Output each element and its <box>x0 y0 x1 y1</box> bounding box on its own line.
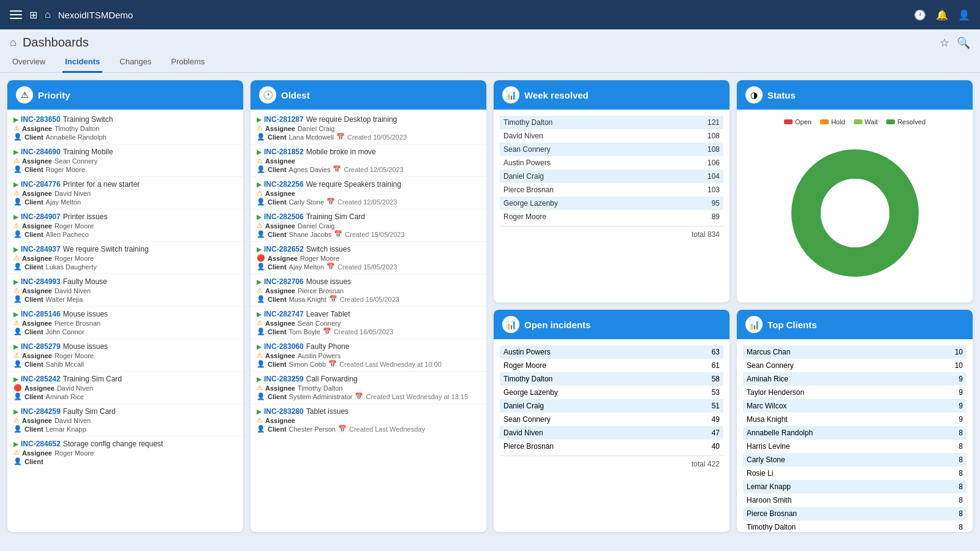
top-clients-header: 📊 Top Clients <box>737 310 973 339</box>
user-icon[interactable]: 👤 <box>958 9 970 21</box>
oldest-item[interactable]: ▶ INC-281287 We require Desktop training… <box>251 112 486 144</box>
bell-icon[interactable]: 🔔 <box>936 9 948 21</box>
grid-icon[interactable]: ⊞ <box>29 9 37 21</box>
sub-header-home-icon: ⌂ <box>10 36 17 49</box>
main-content: ⚠ Priority ▶ INC-283650 Training Switch … <box>0 73 980 539</box>
open-incidents-icon: 📊 <box>502 316 519 333</box>
oldest-icon: 🕐 <box>259 86 276 103</box>
client-row: Taylor Henderson9 <box>743 386 967 399</box>
open-row: Sean Connery49 <box>500 413 723 426</box>
app-title: NexoidITSMDemo <box>58 10 134 20</box>
status-title: Status <box>767 90 796 100</box>
priority-item[interactable]: ▶ INC-285242 Training Sim Card 🔴 Assigne… <box>7 372 243 404</box>
resolved-row: David Niven108 <box>500 129 723 143</box>
tab-overview[interactable]: Overview <box>10 52 48 73</box>
priority-item[interactable]: ▶ INC-284993 Faulty Mouse ⚠ Assignee Dav… <box>7 274 243 307</box>
client-row: Harris Levine8 <box>743 440 967 453</box>
donut-container <box>742 128 968 298</box>
resolved-total: total 834 <box>500 226 723 241</box>
hamburger-menu[interactable] <box>10 10 22 19</box>
priority-header: ⚠ Priority <box>7 80 243 110</box>
priority-item[interactable]: ▶ INC-284259 Faulty Sim Card ⚠ Assignee … <box>7 404 243 437</box>
oldest-item[interactable]: ▶ INC-282506 Training Sim Card ⚠ Assigne… <box>251 209 486 242</box>
open-row: Austin Powers63 <box>500 345 723 359</box>
priority-item[interactable]: ▶ INC-284776 Printer for a new starter ⚠… <box>7 177 243 209</box>
client-row: Marcus Chan10 <box>743 345 967 359</box>
priority-item[interactable]: ▶ INC-285146 Mouse issues ⚠ Assignee Pie… <box>7 307 243 339</box>
tab-changes[interactable]: Changes <box>117 52 154 73</box>
client-row: Rosie Li8 <box>743 467 967 480</box>
open-incidents-body: Austin Powers63Roger Moore61Timothy Dalt… <box>494 339 729 532</box>
resolved-row: Daniel Craig104 <box>500 170 723 183</box>
resolved-row: Pierce Brosnan103 <box>500 183 723 197</box>
top-clients-icon: 📊 <box>745 316 763 333</box>
search-icon[interactable]: 🔍 <box>957 36 970 50</box>
resolved-row: Austin Powers106 <box>500 156 723 170</box>
page-title: Dashboards <box>23 36 89 50</box>
resolved-row: Sean Connery108 <box>500 143 723 156</box>
priority-icon: ⚠ <box>16 86 33 103</box>
priority-list: ▶ INC-283650 Training Switch ⚠ Assignee … <box>7 110 243 532</box>
priority-item[interactable]: ▶ INC-284907 Printer issues ⚠ Assignee R… <box>7 209 243 242</box>
client-row: Annabelle Randolph8 <box>743 426 967 440</box>
client-row: Haroon Smith8 <box>743 493 967 507</box>
home-icon[interactable]: ⌂ <box>45 9 51 20</box>
resolved-row: Timothy Dalton121 <box>500 116 723 129</box>
top-clients-body: Marcus Chan10Sean Connery10Aminah Rice9T… <box>737 339 973 532</box>
oldest-item[interactable]: ▶ INC-282747 Leaver Tablet ⚠ Assignee Se… <box>251 307 486 339</box>
priority-item[interactable]: ▶ INC-283650 Training Switch ⚠ Assignee … <box>7 112 243 144</box>
svg-point-4 <box>821 179 889 247</box>
open-row: Pierce Brosnan40 <box>500 440 723 453</box>
priority-item[interactable]: ▶ INC-284690 Training Mobile ⚠ Assignee … <box>7 144 243 177</box>
status-card: ◑ Status OpenHoldWaitResolved <box>737 80 973 302</box>
status-legend: OpenHoldWaitResolved <box>742 114 968 128</box>
oldest-item[interactable]: ▶ INC-283259 Call Forwarding ⚠ Assignee … <box>251 372 486 404</box>
client-row: Pierce Brosnan8 <box>743 507 967 520</box>
week-resolved-title: Week resolved <box>524 90 589 100</box>
priority-title: Priority <box>38 90 70 100</box>
clock-icon[interactable]: 🕐 <box>914 9 926 21</box>
oldest-item[interactable]: ▶ INC-283280 Tablet issues ⚠ Assignee 👤 … <box>251 404 486 436</box>
legend-item: Open <box>784 118 812 126</box>
client-row: Marc Wilcox9 <box>743 399 967 413</box>
sub-header: ⌂ Dashboards ☆ 🔍 <box>0 29 980 50</box>
resolved-row: George Lazenby95 <box>500 197 723 210</box>
client-row: Musa Knight9 <box>743 413 967 426</box>
tab-incidents[interactable]: Incidents <box>62 52 102 73</box>
priority-item[interactable]: ▶ INC-284937 We require Switch training … <box>7 242 243 274</box>
status-body: OpenHoldWaitResolved <box>737 110 973 302</box>
week-resolved-card: 📊 Week resolved Timothy Dalton121David N… <box>494 80 729 302</box>
status-header: ◑ Status <box>737 80 973 110</box>
oldest-item[interactable]: ▶ INC-282256 We require Speakers trainin… <box>251 177 486 209</box>
col3: 📊 Week resolved Timothy Dalton121David N… <box>494 80 729 532</box>
open-incidents-header: 📊 Open incidents <box>494 310 729 339</box>
oldest-header: 🕐 Oldest <box>251 80 486 110</box>
resolved-row: Roger Moore89 <box>500 210 723 223</box>
week-resolved-icon: 📊 <box>502 86 519 103</box>
oldest-item[interactable]: ▶ INC-282652 Switch issues 🔴 Assignee Ro… <box>251 242 486 274</box>
donut-chart <box>788 146 922 280</box>
open-total: total 422 <box>500 455 723 471</box>
legend-item: Wait <box>854 118 878 126</box>
oldest-title: Oldest <box>281 90 310 100</box>
client-row: Aminah Rice9 <box>743 372 967 386</box>
open-row: David Niven47 <box>500 426 723 440</box>
open-row: Timothy Dalton58 <box>500 372 723 386</box>
oldest-card: 🕐 Oldest ▶ INC-281287 We require Desktop… <box>251 80 486 532</box>
week-resolved-header: 📊 Week resolved <box>494 80 729 110</box>
top-nav: ⊞ ⌂ NexoidITSMDemo 🕐 🔔 👤 <box>0 0 980 29</box>
oldest-item[interactable]: ▶ INC-281852 Mobile broke in move ⚠ Assi… <box>251 144 486 177</box>
priority-card: ⚠ Priority ▶ INC-283650 Training Switch … <box>7 80 243 532</box>
tab-problems[interactable]: Problems <box>168 52 207 73</box>
open-row: Daniel Craig51 <box>500 399 723 413</box>
oldest-item[interactable]: ▶ INC-282706 Mouse issues ⚠ Assignee Pie… <box>251 274 486 307</box>
open-incidents-title: Open incidents <box>524 320 590 330</box>
oldest-list: ▶ INC-281287 We require Desktop training… <box>251 110 486 532</box>
priority-item[interactable]: ▶ INC-285279 Mouse issues ⚠ Assignee Rog… <box>7 339 243 372</box>
priority-item[interactable]: ▶ INC-284652 Storage config change reque… <box>7 437 243 468</box>
oldest-item[interactable]: ▶ INC-283060 Faulty Phone ⚠ Assignee Aus… <box>251 339 486 372</box>
star-icon[interactable]: ☆ <box>940 36 949 50</box>
open-incidents-card: 📊 Open incidents Austin Powers63Roger Mo… <box>494 310 729 532</box>
legend-item: Resolved <box>886 118 925 126</box>
top-clients-card: 📊 Top Clients Marcus Chan10Sean Connery1… <box>737 310 973 532</box>
